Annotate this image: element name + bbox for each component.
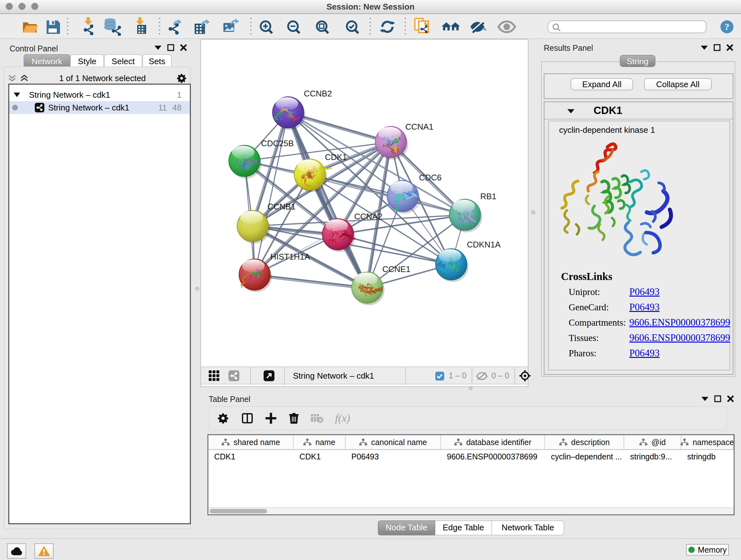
svg-text:HIST1H1A: HIST1H1A — [270, 252, 310, 261]
svg-text:RB1: RB1 — [480, 192, 496, 201]
svg-text:CCNE1: CCNE1 — [382, 264, 410, 274]
svg-text:CDK1: CDK1 — [325, 152, 347, 162]
svg-text:CDC25B: CDC25B — [261, 138, 294, 148]
svg-text:CDC6: CDC6 — [419, 173, 442, 182]
svg-text:CCNA1: CCNA1 — [405, 122, 433, 132]
svg-text:?: ? — [725, 21, 730, 32]
svg-text:CCNB1: CCNB1 — [267, 202, 295, 211]
svg-text:CCNB2: CCNB2 — [304, 89, 332, 98]
svg-text:CCNA2: CCNA2 — [354, 212, 382, 221]
svg-text:CDKN1A: CDKN1A — [467, 240, 501, 249]
